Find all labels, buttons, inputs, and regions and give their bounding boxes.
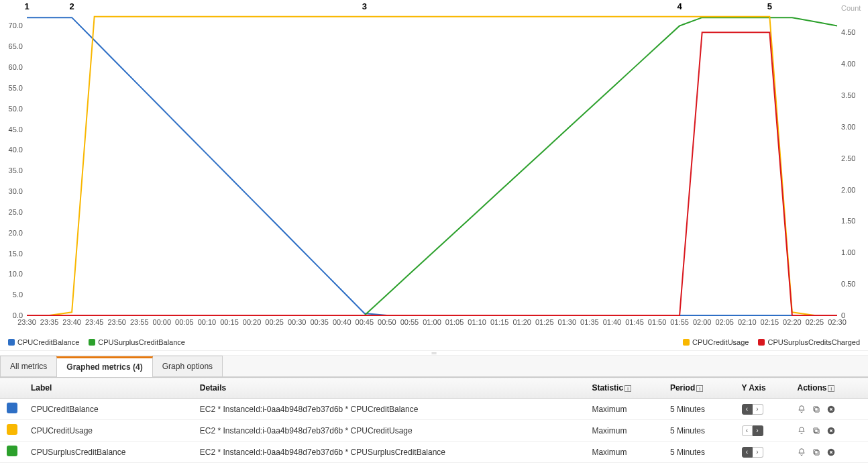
remove-icon[interactable] [826,426,836,435]
phase-marker: 3 [362,1,367,11]
duplicate-icon[interactable] [812,405,821,414]
svg-text:02:00: 02:00 [693,318,712,326]
metric-details: EC2 * InstanceId:i-0aa4b948d7eb37d6b * C… [193,399,586,420]
svg-text:0.50: 0.50 [841,280,855,288]
yaxis-left-button[interactable]: ‹ [742,404,753,415]
bell-icon[interactable] [797,405,806,414]
col-details[interactable]: Details [193,378,586,399]
metric-period[interactable]: 5 Minutes [663,420,735,442]
svg-text:23:30: 23:30 [17,318,36,326]
info-icon[interactable]: i [696,385,703,392]
svg-text:20.0: 20.0 [9,229,23,237]
legend: CPUCreditBalanceCPUSurplusCreditBalance … [0,336,868,350]
yaxis-right-button[interactable]: › [753,404,763,415]
info-icon[interactable]: i [625,385,631,392]
yaxis-right-button[interactable]: › [753,447,763,458]
series-CPUCreditBalance[interactable] [27,17,837,315]
table-row: CPUCreditBalanceEC2 * InstanceId:i-0aa4b… [0,399,868,420]
phase-marker: 2 [69,1,74,11]
svg-text:00:35: 00:35 [310,318,329,326]
svg-text:5.0: 5.0 [13,291,23,299]
svg-text:01:10: 01:10 [468,318,486,326]
series-CPUSurplusCreditsCharged[interactable] [27,32,837,315]
svg-text:01:30: 01:30 [558,318,577,326]
svg-text:00:00: 00:00 [153,318,172,326]
svg-text:01:05: 01:05 [445,318,464,326]
tab-all-metrics[interactable]: All metrics [0,356,57,376]
metric-statistic[interactable]: Maximum [585,442,663,463]
svg-rect-67 [815,429,819,433]
svg-text:60.0: 60.0 [9,63,23,71]
series-color-swatch[interactable] [7,446,17,456]
legend-label: CPUSurplusCreditsCharged [767,338,860,346]
svg-text:65.0: 65.0 [9,42,23,50]
phase-marker: 1 [24,1,29,11]
legend-item[interactable]: CPUCreditBalance [8,338,79,346]
col-period[interactable]: Periodi [663,378,735,399]
duplicate-icon[interactable] [812,426,821,435]
series-CPUSurplusCreditBalance[interactable] [27,17,837,315]
col-yaxis[interactable]: Y Axis [735,378,791,399]
svg-text:23:35: 23:35 [40,318,59,326]
yaxis-left-button[interactable]: ‹ [742,447,753,458]
svg-text:3.00: 3.00 [841,123,855,131]
series-CPUCreditUsage[interactable] [27,17,837,315]
svg-text:01:15: 01:15 [490,318,509,326]
svg-text:02:10: 02:10 [738,318,757,326]
svg-text:55.0: 55.0 [9,84,23,92]
chart-area: 0.05.010.015.020.025.030.035.040.045.050… [0,0,868,336]
legend-label: CPUSurplusCreditBalance [98,338,185,346]
svg-text:Count: Count [841,4,861,12]
svg-rect-71 [814,449,818,453]
tab-graphed-metrics[interactable]: Graphed metrics (4) [56,356,152,377]
svg-text:00:15: 00:15 [220,318,239,326]
bell-icon[interactable] [797,448,806,457]
metric-statistic[interactable]: Maximum [585,399,663,420]
svg-text:10.0: 10.0 [9,270,23,278]
svg-text:00:40: 00:40 [333,318,351,326]
legend-item[interactable]: CPUSurplusCreditsCharged [758,338,860,346]
line-chart[interactable]: 0.05.010.015.020.025.030.035.040.045.050… [0,0,868,336]
col-label[interactable]: Label [24,378,193,399]
duplicate-icon[interactable] [812,448,821,457]
info-icon[interactable]: i [828,385,834,392]
svg-rect-68 [814,427,818,431]
metric-statistic[interactable]: Maximum [585,420,663,442]
svg-text:01:00: 01:00 [423,318,441,326]
series-color-swatch[interactable] [7,403,17,413]
legend-item[interactable]: CPUCreditUsage [683,338,749,346]
svg-text:00:05: 00:05 [175,318,194,326]
svg-text:00:30: 00:30 [288,318,307,326]
bell-icon[interactable] [797,426,806,435]
svg-text:01:45: 01:45 [625,318,644,326]
metric-details: EC2 * InstanceId:i-0aa4b948d7eb37d6b * C… [193,442,586,463]
svg-text:01:40: 01:40 [603,318,622,326]
svg-text:00:20: 00:20 [243,318,262,326]
svg-text:00:25: 00:25 [265,318,284,326]
svg-text:25.0: 25.0 [9,208,23,216]
svg-text:23:50: 23:50 [107,318,126,326]
metric-label[interactable]: CPUSurplusCreditBalance [24,442,193,463]
series-color-swatch[interactable] [7,424,17,435]
svg-text:50.0: 50.0 [9,105,23,113]
metric-label[interactable]: CPUCreditBalance [24,399,193,420]
metric-period[interactable]: 5 Minutes [663,399,735,420]
metric-period[interactable]: 5 Minutes [663,442,735,463]
metric-details: EC2 * InstanceId:i-0aa4b948d7eb37d6b * C… [193,420,586,442]
tab-graph-options[interactable]: Graph options [152,356,223,376]
legend-label: CPUCreditUsage [692,338,749,346]
svg-text:02:05: 02:05 [715,318,734,326]
metric-label[interactable]: CPUCreditUsage [24,420,193,442]
table-row: CPUCreditUsageEC2 * InstanceId:i-0aa4b94… [0,420,868,442]
svg-text:1.00: 1.00 [841,248,855,256]
yaxis-right-button[interactable]: › [753,425,763,436]
legend-item[interactable]: CPUSurplusCreditBalance [89,338,185,346]
col-statistic[interactable]: Statistici [585,378,663,399]
svg-text:40.0: 40.0 [9,146,23,154]
remove-icon[interactable] [826,448,836,457]
yaxis-left-button[interactable]: ‹ [742,425,753,436]
remove-icon[interactable] [826,405,836,414]
pane-splitter[interactable]: ═ [0,350,868,356]
svg-text:2.50: 2.50 [841,154,855,162]
col-actions[interactable]: Actionsi [790,378,868,399]
